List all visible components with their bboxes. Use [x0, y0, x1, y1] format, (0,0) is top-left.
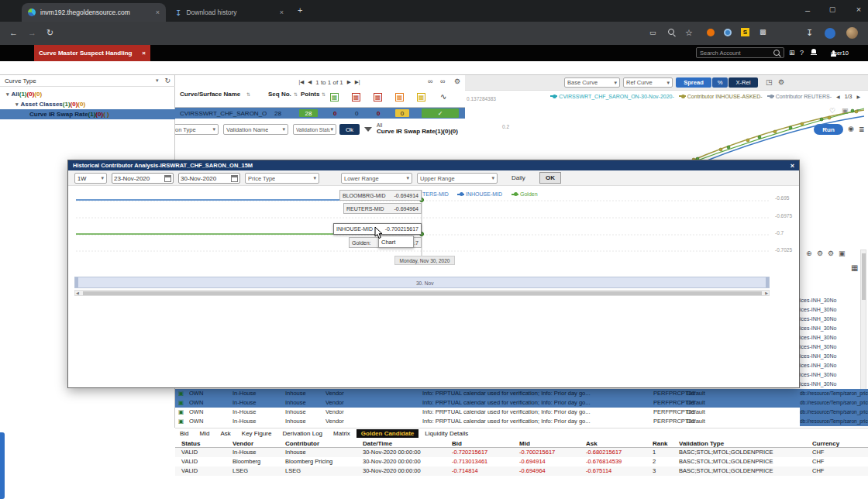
copy-icon[interactable]: ▣ — [839, 250, 846, 257]
tree-expand-icon[interactable]: ▾ — [16, 102, 19, 108]
profile-avatar[interactable] — [846, 27, 858, 39]
tab-liquidity-details[interactable]: Liquidity Details — [420, 429, 473, 438]
extension-s-icon[interactable]: S — [741, 28, 749, 36]
table-icon[interactable]: ▦ — [851, 263, 858, 272]
period-select[interactable]: 1W ▾ — [74, 173, 107, 184]
curve-type-header[interactable]: Curve Type ▾ ↻ — [0, 75, 175, 87]
refresh-icon[interactable]: ↻ — [164, 77, 170, 84]
lower-range-select[interactable]: Lower Range ▾ — [341, 173, 412, 184]
row-select-icon[interactable]: ▣ — [178, 390, 184, 397]
column-header-name[interactable]: Curve/Surface Name — [180, 91, 240, 98]
chart-column-icon[interactable]: ∿ — [440, 92, 446, 101]
legend-next-icon[interactable]: ▶ — [856, 94, 860, 99]
gear-icon[interactable]: ⚙ — [778, 78, 784, 86]
forward-icon[interactable]: → — [28, 28, 36, 37]
split-screen-icon[interactable]: ▭ — [649, 29, 656, 36]
sort-icon[interactable]: ⇅ — [246, 91, 250, 97]
legend-prev-icon[interactable]: ◀ — [836, 94, 840, 99]
suspect-grid-row[interactable]: ▣ OWN In-House Inhouse Vendor Info: PRPT… — [175, 389, 868, 398]
history-legend-golden[interactable]: Golden — [512, 191, 538, 197]
reject-count-column-icon[interactable]: ▦ — [374, 93, 382, 102]
range-handle-right[interactable] — [766, 277, 769, 287]
window-minimize-button[interactable]: – — [798, 5, 817, 15]
daily-label[interactable]: Daily — [512, 174, 525, 181]
sort-icon[interactable]: ⇅ — [322, 91, 326, 97]
column-header-seq[interactable]: Seq No. — [268, 91, 291, 98]
legend-item[interactable]: Contributor REUTERS- — [767, 94, 832, 99]
notifications-bell-icon[interactable] — [811, 49, 817, 56]
tab-key-figure[interactable]: Key Figure — [237, 429, 277, 438]
dialog-close-icon[interactable]: × — [790, 162, 794, 170]
link2-icon[interactable]: ∞ — [440, 77, 445, 85]
table-row[interactable]: VALID LSEG LSEG 30-Nov-2020 00:00:00 -0.… — [175, 466, 868, 476]
suspect-grid-row[interactable]: ▣ OWN In-House Inhouse Vendor Info: PRPT… — [175, 398, 868, 408]
error-count-column-icon[interactable]: ▦ — [352, 93, 360, 102]
new-tab-button[interactable]: + — [298, 5, 302, 15]
spread-button[interactable]: Spread — [676, 77, 711, 88]
col-bid[interactable]: Bid — [452, 440, 462, 447]
col-datetime[interactable]: Date/Time — [363, 440, 392, 447]
xrel-button[interactable]: X-Rel — [728, 77, 758, 88]
scroll-right-icon[interactable]: ▶ — [765, 291, 768, 295]
range-handle-left[interactable] — [75, 277, 78, 287]
tree-expand-icon[interactable]: ▾ — [6, 91, 9, 98]
table-row[interactable]: VALID Bloomberg Bloomberg Pricing 30-Nov… — [175, 457, 868, 466]
scroll-left-icon[interactable]: ◀ — [76, 291, 79, 295]
upper-range-select[interactable]: Upper Range ▾ — [417, 173, 498, 184]
window-maximize-button[interactable]: ▢ — [823, 5, 842, 13]
extension-orange-icon[interactable] — [707, 29, 715, 36]
extension-blue-icon[interactable] — [724, 29, 732, 36]
refresh-icon[interactable]: ↻ — [46, 28, 53, 38]
account-search-field[interactable]: Search Account — [696, 47, 784, 58]
history-legend-inhouse[interactable]: INHOUSE-MID — [457, 191, 502, 197]
table-row[interactable]: VALID In-House Inhouse 30-Nov-2020 00:00… — [175, 448, 868, 457]
tree-item-all[interactable]: ▾ All(1)(0)(0) — [0, 89, 175, 99]
col-mid[interactable]: Mid — [519, 440, 530, 447]
row-select-icon[interactable]: ▣ — [178, 408, 184, 415]
curve-table-row[interactable]: CVIRSSWRT_CHF_SARON_ON 28 28 0 0 0 0 ✓ — [175, 108, 465, 119]
tree-item-asset-classes[interactable]: ▾ Asset Classes(1)(0)(0) — [0, 99, 175, 109]
tab-golden-candidate[interactable]: Golden Candidate — [356, 429, 418, 438]
expand-icon[interactable]: ◳ — [766, 78, 773, 86]
column-header-points[interactable]: Points — [301, 91, 319, 98]
percent-button[interactable]: % — [712, 77, 728, 88]
apps-grid-icon[interactable]: ⊞ — [789, 49, 795, 57]
col-ask[interactable]: Ask — [586, 440, 598, 447]
tab-close-icon[interactable]: × — [280, 9, 284, 16]
suspect-count-column-icon[interactable]: ▦ — [395, 93, 404, 102]
row-select-icon[interactable]: ▣ — [178, 418, 184, 425]
gear-icon[interactable]: ⚙ — [817, 250, 823, 257]
horizontal-scrollbar[interactable]: ◀ ▶ — [74, 290, 770, 296]
gear-icon[interactable]: ⚙ — [454, 77, 460, 85]
col-vendor[interactable]: Vendor — [232, 440, 253, 447]
col-status[interactable]: Status — [181, 440, 200, 447]
legend-item[interactable]: CVIRSSWRT_CHF_SARON_ON-30-Nov-2020- — [550, 94, 673, 99]
downloads-icon[interactable]: ↧ — [806, 28, 813, 38]
col-contributor[interactable]: Contributor — [285, 440, 319, 447]
help-icon[interactable]: ? — [800, 49, 804, 57]
side-panel-handle[interactable] — [0, 432, 5, 499]
dialog-titlebar[interactable]: Historical Contributor Analysis-IRSWRAT_… — [68, 160, 799, 170]
back-icon[interactable]: ← — [9, 28, 18, 37]
next-page-icon[interactable]: ▶ — [347, 79, 351, 85]
tab-matrix[interactable]: Matrix — [329, 429, 355, 438]
suspect-grid-row[interactable]: ▣ OWN In-House Inhouse Vendor Info: PRPT… — [175, 417, 868, 426]
col-currency[interactable]: Currency — [812, 440, 839, 447]
col-rank[interactable]: Rank — [653, 440, 668, 447]
tree-item-curve-ir-swap-rate[interactable]: Curve IR Swap Rate(1)(0)( ) — [0, 109, 175, 119]
ref-curve-select[interactable]: Ref Curve ▾ — [623, 77, 673, 88]
prev-page-icon[interactable]: ◀ — [308, 79, 312, 85]
search-icon[interactable] — [668, 29, 675, 36]
gear2-icon[interactable]: ⚙ — [828, 250, 834, 257]
app-tab-close-icon[interactable]: × — [142, 50, 146, 57]
browser-tab-active[interactable]: invm192.thegoldensource.com × — [22, 3, 166, 22]
tab-close-icon[interactable]: × — [156, 9, 160, 16]
filter-funnel-icon[interactable] — [364, 127, 372, 132]
valid-count-column-icon[interactable]: ▦ — [330, 93, 339, 102]
app-tab-curve-master[interactable]: Curve Master Suspect Handling × — [34, 45, 150, 61]
last-page-icon[interactable]: ▶| — [355, 79, 360, 85]
link-icon[interactable]: ∞ — [428, 77, 432, 85]
calendar-icon[interactable] — [164, 175, 171, 182]
range-selector[interactable]: 30. Nov — [74, 277, 770, 288]
dialog-ok-button[interactable]: OK — [539, 172, 561, 184]
